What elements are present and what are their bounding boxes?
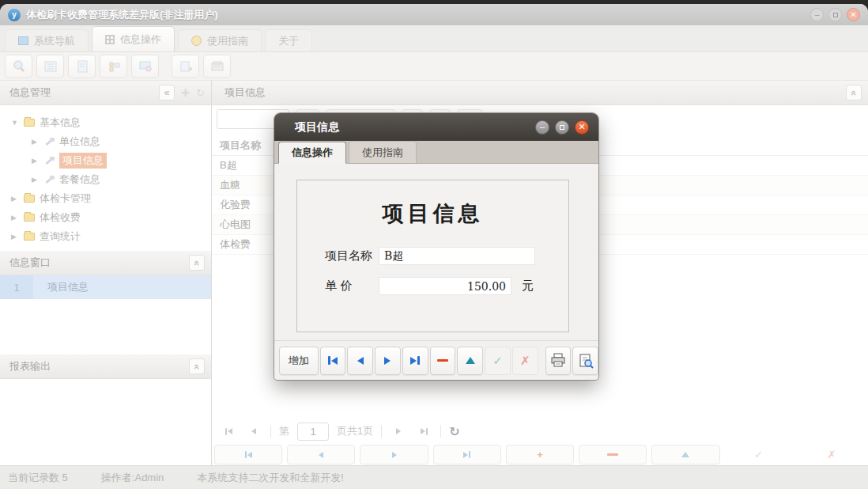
report-output-collapse-button[interactable]: « [189, 358, 205, 374]
form-row-price: 单 价 元 [297, 277, 568, 295]
tree-item-unit-info[interactable]: ▶ 单位信息 [0, 132, 211, 151]
tree-item-query-statistics[interactable]: ▶ 查询统计 [0, 227, 211, 246]
print-button[interactable] [545, 347, 572, 375]
nav-confirm-button[interactable]: ✓ [725, 445, 793, 464]
record-delete-button[interactable] [430, 347, 456, 375]
nav-cancel-button[interactable]: ✗ [798, 445, 866, 464]
search-icon [11, 59, 27, 74]
new-document-tool-button[interactable] [172, 55, 199, 78]
tool-icon [44, 175, 55, 185]
nav-prev-button[interactable] [287, 445, 355, 464]
tree-item-package-info[interactable]: ▶ 套餐信息 [0, 170, 211, 189]
operator-label: 操作者:Admin [101, 471, 164, 485]
tree-label: 套餐信息 [59, 172, 100, 187]
refresh-icon[interactable]: ↻ [196, 87, 205, 99]
nav-first-button[interactable] [214, 445, 282, 464]
info-window-list-item[interactable]: 1 项目信息 [0, 275, 211, 299]
last-page-button[interactable] [415, 423, 432, 440]
tab-system-navigation[interactable]: 系统导航 [5, 29, 89, 51]
record-next-button[interactable] [375, 347, 401, 375]
expanded-arrow-icon[interactable]: ▼ [11, 119, 19, 127]
panel-collapse-button[interactable]: « [846, 85, 862, 100]
dialog-tab-user-guide[interactable]: 使用指南 [349, 141, 417, 163]
prev-page-button[interactable] [245, 423, 262, 440]
document-tool-button[interactable] [68, 55, 96, 78]
monitor-tool-button[interactable] [131, 55, 159, 78]
info-window-header: 信息窗口 « [0, 251, 211, 275]
collapsed-arrow-icon[interactable]: ▶ [11, 214, 19, 222]
tab-info-operation[interactable]: 信息操作 [92, 26, 175, 51]
record-edit-button[interactable] [457, 347, 483, 375]
refresh-page-icon[interactable]: ↻ [449, 424, 459, 439]
collapsed-arrow-icon[interactable]: ▶ [32, 138, 40, 146]
application-window: y 体检刷卡收费管理系统差异版(非注册用户) – ✕ 系统导航 信息操作 使用指… [0, 4, 868, 489]
collapsed-arrow-icon[interactable]: ▶ [11, 233, 19, 241]
dialog-minimize-button[interactable]: – [535, 120, 549, 135]
navigation-tree: ▼ 基本信息 ▶ 单位信息 ▶ 项目信息 ▶ 套餐信息 [0, 105, 211, 251]
folder-icon [24, 214, 35, 222]
record-navigator-bar: + ✓ ✗ [214, 445, 866, 464]
user-chart-icon [106, 59, 122, 74]
report-output-empty [0, 379, 211, 465]
project-info-panel-header: 项目信息 « [212, 81, 868, 105]
tab-label: 信息操作 [120, 32, 161, 47]
tree-item-card-management[interactable]: ▶ 体检卡管理 [0, 189, 211, 208]
document-icon [74, 59, 90, 74]
tab-user-guide[interactable]: 使用指南 [178, 29, 262, 51]
page-suffix-label: 页共1页 [337, 424, 373, 438]
record-cancel-button[interactable]: ✗ [512, 347, 538, 375]
dialog-close-button[interactable]: ✕ [575, 120, 589, 135]
panel-title: 项目信息 [221, 85, 266, 100]
collapsed-arrow-icon[interactable]: ▶ [32, 176, 40, 184]
nav-delete-button[interactable] [579, 445, 647, 464]
minimize-button[interactable]: – [810, 8, 824, 21]
window-title: 体检刷卡收费管理系统差异版(非注册用户) [26, 8, 218, 22]
dialog-maximize-button[interactable] [555, 120, 569, 135]
add-record-button[interactable]: 增加 [279, 347, 319, 375]
tree-label: 查询统计 [40, 229, 81, 244]
nav-next-button[interactable] [360, 445, 428, 464]
collapsed-arrow-icon[interactable]: ▶ [11, 195, 19, 203]
record-confirm-button[interactable]: ✓ [485, 347, 511, 375]
record-first-button[interactable] [320, 347, 346, 375]
app-logo-icon: y [8, 9, 21, 21]
search-tool-button[interactable] [5, 55, 32, 78]
tab-about[interactable]: 关于 [265, 29, 312, 51]
info-window-empty [0, 299, 211, 354]
status-bar: 当前记录数 5 操作者:Admin 本系统支持二次开发和全新开发! [0, 465, 868, 489]
dialog-tab-info-operation[interactable]: 信息操作 [278, 142, 346, 164]
nav-add-button[interactable]: + [506, 445, 574, 464]
user-chart-tool-button[interactable] [100, 55, 127, 78]
maximize-button[interactable] [828, 8, 842, 21]
nav-edit-button[interactable] [651, 445, 719, 464]
add-icon[interactable]: ✚ [181, 87, 190, 99]
print-preview-button[interactable] [572, 347, 598, 375]
tree-item-project-info[interactable]: ▶ 项目信息 [0, 151, 211, 170]
record-last-button[interactable] [402, 347, 428, 375]
new-document-icon [178, 59, 194, 74]
printer-icon [549, 353, 567, 368]
next-page-button[interactable] [390, 423, 407, 440]
sidebar-collapse-button[interactable]: « [159, 85, 175, 100]
project-info-dialog: 项目信息 – ✕ 信息操作 使用指南 项目信息 项目名称 单 价 元 [274, 113, 598, 380]
tool-icon [44, 156, 55, 166]
list-icon [43, 59, 58, 74]
info-window-collapse-button[interactable]: « [189, 255, 205, 271]
info-window-title: 信息窗口 [9, 256, 51, 270]
tree-item-basic-info[interactable]: ▼ 基本信息 [0, 113, 211, 132]
project-name-input[interactable] [379, 247, 535, 265]
tree-item-exam-fee[interactable]: ▶ 体检收费 [0, 208, 211, 227]
main-toolbar [0, 52, 868, 81]
nav-last-button[interactable] [433, 445, 501, 464]
form-heading: 项目信息 [297, 199, 568, 228]
tool-icon [44, 137, 55, 147]
close-button[interactable]: ✕ [847, 8, 860, 21]
list-tool-button[interactable] [36, 55, 64, 78]
page-number-input[interactable] [297, 423, 329, 441]
first-page-button[interactable] [220, 423, 237, 440]
unit-price-input[interactable] [379, 277, 511, 295]
record-prev-button[interactable] [347, 347, 373, 375]
collapsed-arrow-icon[interactable]: ▶ [32, 157, 40, 165]
archive-tool-button[interactable] [203, 55, 231, 78]
status-message: 本系统支持二次开发和全新开发! [197, 471, 344, 485]
